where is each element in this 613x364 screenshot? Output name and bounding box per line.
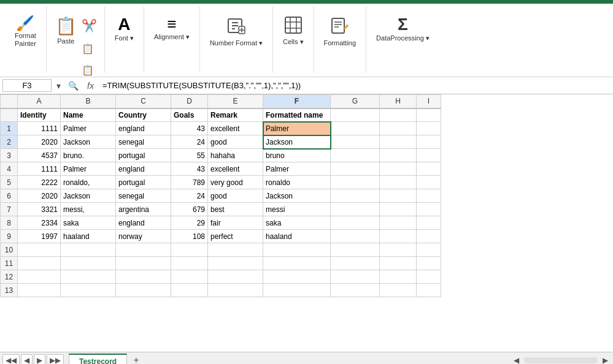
cell-c5[interactable]: portugal xyxy=(116,176,171,189)
add-sheet-button[interactable]: + xyxy=(127,352,145,364)
cell-a13[interactable] xyxy=(18,284,61,297)
number-format-button[interactable]: Number Format ▾ xyxy=(206,13,266,50)
nav-prev-button[interactable]: ◀ xyxy=(21,354,33,365)
cell-h12[interactable] xyxy=(380,270,417,284)
cell-g5[interactable] xyxy=(331,176,380,189)
cell-f2[interactable]: Jackson xyxy=(263,135,331,149)
col-header-b[interactable]: B xyxy=(61,95,116,108)
cell-f10[interactable] xyxy=(263,243,331,257)
cell-b10[interactable] xyxy=(61,243,116,257)
cell-h10[interactable] xyxy=(380,243,417,257)
cell-c1[interactable]: england xyxy=(116,122,171,135)
cells-button[interactable]: Cells ▾ xyxy=(279,13,307,48)
cell-f1[interactable]: Palmer xyxy=(263,122,331,135)
cell-i6[interactable] xyxy=(417,189,441,203)
cell-d3[interactable]: 55 xyxy=(171,149,208,162)
cell-i7[interactable] xyxy=(417,203,441,216)
cell-c6[interactable]: senegal xyxy=(116,189,171,203)
nav-last-button[interactable]: ▶▶ xyxy=(47,354,64,365)
col-header-c[interactable]: C xyxy=(116,95,171,108)
font-button[interactable]: A Font ▾ xyxy=(111,13,137,45)
col-header-h[interactable]: H xyxy=(380,95,417,108)
col-header-i[interactable]: I xyxy=(417,95,441,108)
cell-b8[interactable]: saka xyxy=(61,216,116,230)
cell-c-header[interactable]: Country xyxy=(116,108,171,122)
cell-g1[interactable] xyxy=(331,122,380,135)
cell-a9[interactable]: 1997 xyxy=(18,230,61,243)
cell-f5[interactable]: ronaldo xyxy=(263,176,331,189)
cell-d8[interactable]: 29 xyxy=(171,216,208,230)
cell-e4[interactable]: excellent xyxy=(208,162,263,176)
cell-i-header[interactable] xyxy=(417,108,441,122)
cell-h5[interactable] xyxy=(380,176,417,189)
cell-i11[interactable] xyxy=(417,257,441,270)
cell-g11[interactable] xyxy=(331,257,380,270)
col-header-d[interactable]: D xyxy=(171,95,208,108)
cell-h11[interactable] xyxy=(380,257,417,270)
cell-i13[interactable] xyxy=(417,284,441,297)
sheet-table-wrapper[interactable]: A B C D E F G H I Identity Name Countr xyxy=(0,94,613,352)
cell-g8[interactable] xyxy=(331,216,380,230)
cell-b6[interactable]: Jackson xyxy=(61,189,116,203)
cell-e13[interactable] xyxy=(208,284,263,297)
cell-a8[interactable]: 2334 xyxy=(18,216,61,230)
cell-e5[interactable]: very good xyxy=(208,176,263,189)
cell-f6[interactable]: Jackson xyxy=(263,189,331,203)
cell-g3[interactable] xyxy=(331,149,380,162)
cell-d7[interactable]: 679 xyxy=(171,203,208,216)
cell-c2[interactable]: senegal xyxy=(116,135,171,149)
cell-b1[interactable]: Palmer xyxy=(61,122,116,135)
cell-a1[interactable]: 1111 xyxy=(18,122,61,135)
cell-h8[interactable] xyxy=(380,216,417,230)
cell-i4[interactable] xyxy=(417,162,441,176)
cell-a4[interactable]: 1111 xyxy=(18,162,61,176)
cell-d11[interactable] xyxy=(171,257,208,270)
cell-a3[interactable]: 4537 xyxy=(18,149,61,162)
cell-c13[interactable] xyxy=(116,284,171,297)
cell-b2[interactable]: Jackson xyxy=(61,135,116,149)
nav-next-button[interactable]: ▶ xyxy=(34,354,45,365)
cell-b9[interactable]: haaland xyxy=(61,230,116,243)
cell-b3[interactable]: bruno. xyxy=(61,149,116,162)
cell-c8[interactable]: england xyxy=(116,216,171,230)
cell-h13[interactable] xyxy=(380,284,417,297)
cell-g7[interactable] xyxy=(331,203,380,216)
cell-d2[interactable]: 24 xyxy=(171,135,208,149)
cell-c9[interactable]: norway xyxy=(116,230,171,243)
cell-a2[interactable]: 2020 xyxy=(18,135,61,149)
cell-b7[interactable]: messi, xyxy=(61,203,116,216)
hscroll-left-button[interactable]: ◀ xyxy=(511,356,522,365)
cell-f4[interactable]: Palmer xyxy=(263,162,331,176)
cell-i1[interactable] xyxy=(417,122,441,135)
cell-b11[interactable] xyxy=(61,257,116,270)
cell-a10[interactable] xyxy=(18,243,61,257)
alignment-button[interactable]: ≡ Alignment ▾ xyxy=(150,13,193,44)
format-painter-button[interactable]: 🖌️ Format Painter xyxy=(11,13,40,50)
cell-e2[interactable]: good xyxy=(208,135,263,149)
cell-d5[interactable]: 789 xyxy=(171,176,208,189)
cell-h2[interactable] xyxy=(380,135,417,149)
cell-d-header[interactable]: Goals xyxy=(171,108,208,122)
format-copy-button[interactable]: 📋 xyxy=(80,63,98,77)
cell-d4[interactable]: 43 xyxy=(171,162,208,176)
cell-e6[interactable]: good xyxy=(208,189,263,203)
cell-e-header[interactable]: Remark xyxy=(208,108,263,122)
cell-f7[interactable]: messi xyxy=(263,203,331,216)
cut-button[interactable]: ✂️ xyxy=(80,17,98,34)
paste-button[interactable]: 📋 Paste xyxy=(53,13,79,47)
cell-e12[interactable] xyxy=(208,270,263,284)
cell-f8[interactable]: saka xyxy=(263,216,331,230)
cell-f13[interactable] xyxy=(263,284,331,297)
cell-c10[interactable] xyxy=(116,243,171,257)
nav-first-button[interactable]: ◀◀ xyxy=(2,354,20,365)
cell-e9[interactable]: perfect xyxy=(208,230,263,243)
cell-e10[interactable] xyxy=(208,243,263,257)
cell-a12[interactable] xyxy=(18,270,61,284)
cell-b4[interactable]: Palmer xyxy=(61,162,116,176)
cell-h7[interactable] xyxy=(380,203,417,216)
sheet-tab-testrecord[interactable]: Testrecord xyxy=(69,354,127,364)
cell-e1[interactable]: excellent xyxy=(208,122,263,135)
cell-g12[interactable] xyxy=(331,270,380,284)
cell-i12[interactable] xyxy=(417,270,441,284)
cell-e11[interactable] xyxy=(208,257,263,270)
